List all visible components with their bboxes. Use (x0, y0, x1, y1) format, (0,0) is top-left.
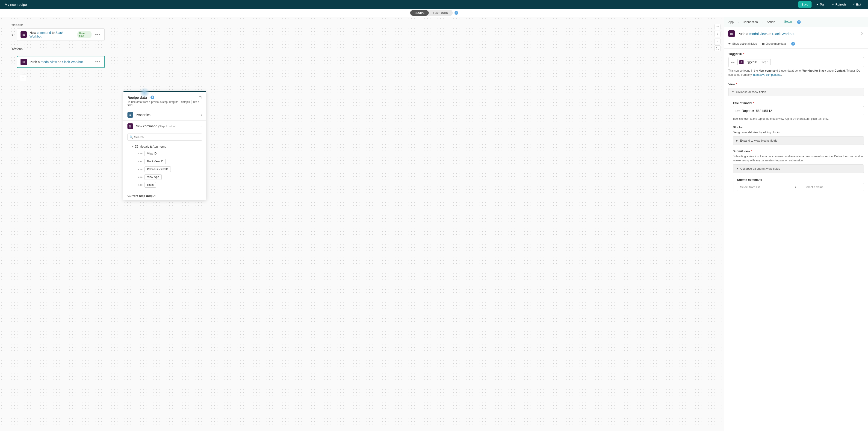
step-output-row[interactable]: ⊞ New command (Step 1 output) ⌄ (123, 121, 206, 132)
expand-blocks[interactable]: ▶ Expand to view blocks fields (733, 136, 864, 145)
current-step-output[interactable]: Current step output (123, 191, 206, 200)
group-map-toggle[interactable]: ▮▮Group map data (762, 42, 786, 45)
zoom-in-button[interactable]: ＋ (714, 31, 720, 37)
save-button[interactable]: Save (798, 1, 811, 8)
trigger-step-card[interactable]: ⊞ New command to Slack Workbot Real-time… (17, 28, 105, 41)
title-modal-input[interactable] (742, 109, 861, 112)
caret-right-icon: ▶ (736, 139, 738, 142)
chevron-right-icon: › (201, 113, 202, 117)
datapill-item[interactable]: ABCRoot View ID (138, 158, 202, 165)
crumb-connection[interactable]: Connection (743, 20, 758, 24)
submit-view-label: Submit view (733, 150, 750, 153)
tab-recipe[interactable]: RECIPE (410, 10, 429, 15)
datapill-item[interactable]: ABCView type (138, 173, 202, 181)
properties-icon: ≡ (127, 112, 133, 118)
trigger-section-label: TRIGGER (11, 24, 712, 27)
slack-workbot-icon: ⊞ (728, 30, 735, 37)
slack-workbot-icon: ⊞ (739, 60, 744, 64)
map-icon: ▮▮ (762, 42, 765, 45)
step-description: New command to Slack Workbot (30, 31, 75, 38)
slack-workbot-icon: ⊞ (21, 59, 27, 65)
datapill-item[interactable]: ABCHash (138, 181, 202, 189)
properties-row[interactable]: ≡ Properties › (123, 109, 206, 121)
view-label: View (728, 82, 735, 86)
chevron-down-icon: ⌄ (199, 124, 202, 128)
submit-command-label: Submit command (737, 178, 864, 181)
collapse-view-fields[interactable]: ▼ Collapse all view fields (728, 88, 864, 96)
trigger-id-field[interactable]: ABC ⊞ Trigger ID | Step 1 (728, 57, 864, 67)
slack-workbot-icon: ⊞ (21, 31, 27, 38)
submit-command-mode-select[interactable]: Select from list ▾ (737, 183, 799, 191)
step-more-icon[interactable]: ••• (94, 32, 101, 37)
eye-icon: 👁 (728, 42, 731, 45)
page-title: My new recipe (5, 3, 27, 6)
submit-command-value-select[interactable]: Select a value (802, 183, 864, 191)
undo-button[interactable]: ↶ (714, 24, 720, 30)
step-more-icon[interactable]: ••• (94, 60, 101, 64)
exit-button[interactable]: ✕Exit (850, 1, 863, 8)
caret-down-icon: ▼ (736, 167, 739, 170)
arrow-right-icon: → (737, 21, 739, 24)
title-modal-help: Title is shown at the top of the modal v… (733, 117, 864, 121)
datatree-search-input[interactable] (127, 134, 202, 141)
step-number: 2 (11, 60, 14, 64)
help-icon[interactable]: ? (791, 42, 795, 45)
step-number: 1 (11, 33, 14, 36)
blocks-help: Design a modal view by adding blocks. (733, 130, 864, 134)
chevron-down-icon: ▾ (795, 185, 796, 189)
crumb-setup[interactable]: Setup (784, 20, 792, 24)
close-panel-icon[interactable]: ✕ (860, 31, 864, 36)
crumb-action[interactable]: Action (767, 20, 775, 24)
hint-highlight (140, 88, 150, 98)
refresh-button[interactable]: ⟳Refresh (830, 1, 848, 8)
trigger-id-help: This can be found in the New command tri… (728, 69, 864, 77)
slack-workbot-icon: ⊞ (127, 123, 133, 129)
crumb-app[interactable]: App (728, 20, 734, 24)
datapill-item[interactable]: ABCView ID (138, 150, 202, 158)
trigger-id-label: Trigger ID (728, 52, 742, 56)
submit-view-help: Submitting a view invokes a bot command … (733, 154, 864, 163)
abc-icon: ABC (735, 110, 740, 112)
recipe-data-panel[interactable]: Recipe data ? ⇅ To use data from a previ… (123, 91, 206, 200)
tab-test-jobs[interactable]: TEST JOBS (429, 10, 452, 15)
actions-section-label: ACTIONS (11, 48, 712, 51)
show-optional-toggle[interactable]: 👁Show optional fields (728, 42, 757, 45)
title-modal-label: Title of modal (733, 101, 752, 105)
recipe-data-hint: To use data from a previous step, drag i… (127, 100, 202, 107)
zoom-out-button[interactable]: － (714, 38, 720, 44)
panel-title: Push a modal view as Slack Workbot (738, 32, 795, 36)
title-modal-field[interactable]: ABC (733, 106, 864, 115)
refresh-icon: ⟳ (832, 3, 834, 6)
arrow-right-icon: → (761, 21, 764, 24)
add-step-button[interactable]: ＋ (20, 75, 26, 81)
grid-icon (135, 145, 138, 148)
help-icon[interactable]: ? (455, 11, 458, 15)
expand-collapse-icon[interactable]: ⇅ (199, 95, 202, 99)
test-button[interactable]: ►Test (814, 1, 828, 8)
caret-down-icon: ▼ (732, 91, 734, 93)
blocks-label: Blocks (733, 126, 864, 129)
datapill-item[interactable]: ABCPrevious View ID (138, 165, 202, 173)
play-icon: ► (816, 3, 819, 6)
fit-button[interactable]: ⛶ (714, 45, 720, 51)
abc-icon: ABC (731, 61, 736, 63)
tree-group[interactable]: ▼ Modals & App home (132, 143, 202, 150)
search-icon: 🔍 (129, 135, 133, 139)
collapse-submit-fields[interactable]: ▼ Collapse all submit view fields (733, 164, 864, 173)
recipe-canvas[interactable]: ↶ ＋ － ⛶ TRIGGER 1 ⊞ New command to Slack… (0, 17, 724, 431)
arrow-right-icon: → (778, 21, 781, 24)
step-description: Push a modal view as Slack Workbot (30, 60, 83, 64)
action-step-card[interactable]: ⊞ Push a modal view as Slack Workbot ••• (17, 56, 105, 68)
realtime-badge: Real-time (78, 31, 92, 38)
close-icon: ✕ (853, 3, 855, 6)
help-icon[interactable]: ? (797, 20, 801, 24)
trigger-id-datapill[interactable]: ⊞ Trigger ID | Step 1 (737, 59, 771, 65)
caret-down-icon: ▼ (132, 145, 134, 148)
interactive-components-link[interactable]: interactive components (752, 73, 781, 76)
help-icon[interactable]: ? (151, 96, 154, 99)
